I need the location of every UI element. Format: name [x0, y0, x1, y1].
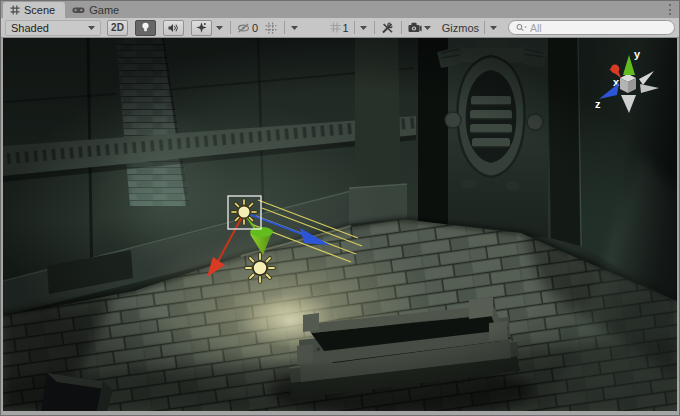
- view-tabbar: Scene Game: [1, 1, 679, 18]
- draw-mode-dropdown[interactable]: Shaded: [5, 20, 101, 36]
- gamepad-icon: [72, 5, 85, 15]
- gizmos-search[interactable]: [508, 20, 675, 35]
- axis-z-label: z: [595, 98, 601, 110]
- effects-toggle[interactable]: [191, 20, 212, 36]
- axis-y-label: y: [634, 48, 641, 60]
- magnifier-icon: [516, 23, 527, 33]
- eye-off-icon: [237, 23, 250, 33]
- layers-count: 1: [343, 22, 349, 34]
- audio-toggle[interactable]: [163, 20, 184, 36]
- gizmos-dropdown[interactable]: Gizmos: [439, 20, 500, 36]
- scene-viewport[interactable]: y x z: [3, 38, 677, 411]
- visibility-count: 0: [252, 22, 258, 34]
- wrench-icon: [381, 22, 394, 34]
- tab-game[interactable]: Game: [65, 2, 129, 18]
- lightbulb-icon: [141, 22, 150, 33]
- search-input[interactable]: [530, 22, 667, 34]
- grid-icon: [10, 5, 20, 15]
- mode-2d-label: 2D: [111, 22, 124, 33]
- gizmos-label: Gizmos: [442, 22, 479, 34]
- camera-dropdown[interactable]: [405, 20, 434, 36]
- scene-lighting-toggle[interactable]: [135, 20, 156, 36]
- unity-scene-window: Scene Game Shaded 2D: [0, 0, 680, 416]
- layers-grid-icon: [330, 22, 341, 33]
- tab-game-label: Game: [89, 4, 119, 16]
- speaker-icon: [168, 23, 179, 33]
- tab-scene-label: Scene: [24, 4, 55, 16]
- vignette: [3, 38, 677, 411]
- sun-icon: [232, 200, 256, 224]
- chevron-down-icon: [88, 26, 95, 30]
- draw-mode-label: Shaded: [11, 22, 49, 34]
- point-light-icon: [246, 254, 274, 282]
- sparkle-icon: [196, 22, 207, 33]
- tab-scene[interactable]: Scene: [3, 2, 65, 18]
- effects-caret[interactable]: [213, 20, 226, 36]
- chevron-down-icon: [424, 26, 431, 30]
- layers-dropdown[interactable]: 1: [327, 20, 370, 36]
- scene-3d-view[interactable]: y x z: [3, 38, 677, 411]
- toolbar-right-group: 1: [327, 20, 675, 36]
- scene-toolbar: Shaded 2D: [1, 18, 679, 38]
- chevron-down-icon: [216, 26, 223, 30]
- chevron-down-icon: [291, 26, 298, 30]
- chevron-down-icon: [360, 26, 367, 30]
- scene-visibility-toggle[interactable]: 0: [234, 20, 261, 36]
- chevron-down-icon: [490, 26, 497, 30]
- kebab-icon[interactable]: [666, 3, 674, 16]
- grid-icon: [265, 22, 277, 34]
- grid-snap-caret[interactable]: [288, 20, 301, 36]
- mode-2d-toggle[interactable]: 2D: [107, 20, 128, 36]
- grid-snap-toggle[interactable]: [262, 20, 280, 36]
- editor-tools-button[interactable]: [378, 20, 397, 36]
- axis-cube[interactable]: [620, 74, 636, 93]
- point-light-gizmo[interactable]: [246, 254, 274, 282]
- camera-icon: [408, 22, 422, 33]
